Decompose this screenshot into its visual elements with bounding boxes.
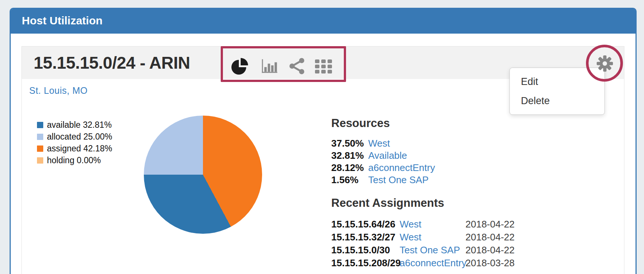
legend-label: holding 0.00% xyxy=(47,155,101,165)
assignment-row: 15.15.15.32/27West2018-04-22 xyxy=(331,231,538,244)
assignment-link[interactable]: a6connectEntry xyxy=(400,257,465,270)
legend-label: assigned 42.18% xyxy=(47,144,112,153)
resource-row: 28.12%a6connectEntry xyxy=(331,162,538,174)
resource-pct: 28.12% xyxy=(331,162,368,174)
assignment-link[interactable]: Test One SAP xyxy=(400,244,465,257)
legend-swatch-holding xyxy=(37,157,43,164)
legend-item: available 32.81% xyxy=(37,119,112,131)
assignments-list: 15.15.15.64/26West2018-04-22 15.15.15.32… xyxy=(331,218,538,270)
assignments-heading: Recent Assignments xyxy=(331,196,538,210)
pie-chart[interactable] xyxy=(144,116,262,234)
resources-list: 37.50%West 32.81%Available 28.12%a6conne… xyxy=(331,137,538,186)
assignment-cidr: 15.15.15.208/29 xyxy=(331,257,400,270)
assignment-row: 15.15.15.208/29a6connectEntry2018-03-28 xyxy=(331,257,538,270)
resource-link[interactable]: Available xyxy=(368,150,407,161)
legend-item: allocated 25.00% xyxy=(37,131,112,143)
block-title: 15.15.15.0/24 - ARIN xyxy=(34,47,190,79)
panel-header: Host Utilization xyxy=(11,9,635,34)
bar-chart-view-icon[interactable] xyxy=(260,56,278,74)
assignment-cidr: 15.15.15.64/26 xyxy=(331,218,400,231)
assignment-date: 2018-04-22 xyxy=(465,244,515,256)
resource-pct: 1.56% xyxy=(331,174,368,186)
page: Host Utilization 15.15.15.0/24 - ARIN xyxy=(0,0,644,274)
resource-pct: 37.50% xyxy=(331,137,368,150)
menu-item-delete[interactable]: Delete xyxy=(510,91,604,110)
legend-label: allocated 25.00% xyxy=(47,132,112,141)
assignment-cidr: 15.15.15.32/27 xyxy=(331,231,400,244)
assignment-date: 2018-03-28 xyxy=(465,257,515,268)
pie-legend: available 32.81% allocated 25.00% assign… xyxy=(37,119,112,166)
resource-pct: 32.81% xyxy=(331,150,368,162)
share-view-icon[interactable] xyxy=(288,57,306,75)
pie-chart-view-icon[interactable] xyxy=(231,57,249,75)
panel-title: Host Utilization xyxy=(22,14,102,27)
grid-view-icon[interactable] xyxy=(315,57,332,75)
legend-swatch-available xyxy=(37,122,43,128)
assignment-link[interactable]: West xyxy=(400,218,465,231)
resource-row: 1.56%Test One SAP xyxy=(331,174,538,186)
resources-heading: Resources xyxy=(331,117,538,130)
resource-row: 37.50%West xyxy=(331,137,538,150)
location-link[interactable]: St. Louis, MO xyxy=(29,85,88,96)
assignment-date: 2018-04-22 xyxy=(465,232,515,243)
gear-context-menu: Edit Delete xyxy=(509,68,605,115)
legend-label: available 32.81% xyxy=(47,120,112,130)
details-column: Resources 37.50%West 32.81%Available 28.… xyxy=(331,117,538,270)
resource-row: 32.81%Available xyxy=(331,150,538,162)
legend-swatch-allocated xyxy=(37,134,43,140)
assignment-row: 15.15.15.0/30Test One SAP2018-04-22 xyxy=(331,244,538,257)
assignment-cidr: 15.15.15.0/30 xyxy=(331,244,400,257)
legend-item: holding 0.00% xyxy=(37,154,112,166)
gear-icon[interactable] xyxy=(595,54,614,73)
resource-link[interactable]: a6connectEntry xyxy=(368,162,435,173)
resource-link[interactable]: Test One SAP xyxy=(368,174,428,185)
legend-swatch-assigned xyxy=(37,145,43,152)
legend-item: assigned 42.18% xyxy=(37,143,112,154)
assignment-date: 2018-04-22 xyxy=(465,219,515,230)
assignment-link[interactable]: West xyxy=(400,231,465,244)
menu-item-edit[interactable]: Edit xyxy=(510,72,604,91)
resource-link[interactable]: West xyxy=(368,138,390,149)
assignment-row: 15.15.15.64/26West2018-04-22 xyxy=(331,218,538,231)
